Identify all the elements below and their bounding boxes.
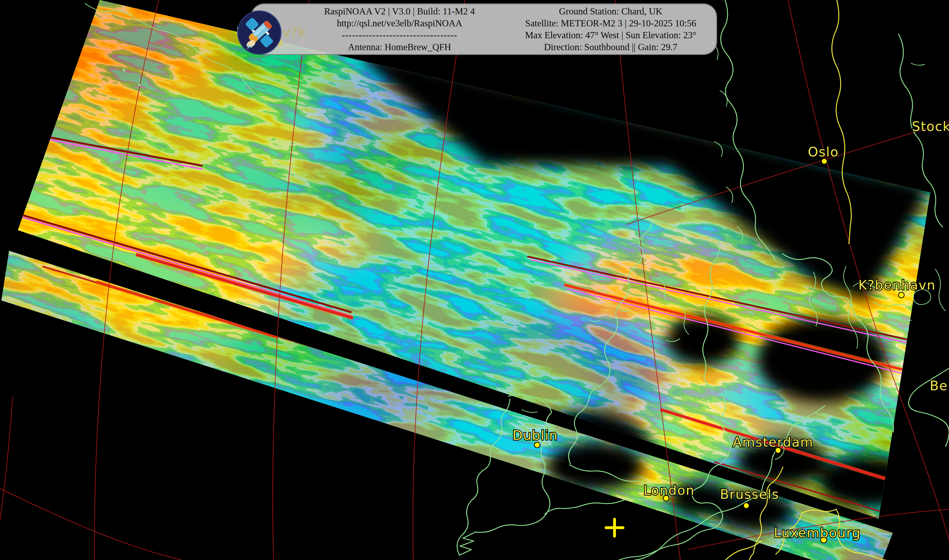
dublin-dot	[534, 442, 540, 448]
satellite-pass-image: Oslo Stockholm K?benhavn Berlin Dublin A…	[0, 0, 949, 560]
program-url: http://qsl.net/ve3elb/RaspiNOAA	[294, 17, 505, 29]
raspinoaa-logo	[237, 10, 282, 55]
city-label-oslo: Oslo	[808, 144, 839, 160]
satellite-logo-icon	[237, 10, 282, 55]
city-label-london: London	[643, 483, 695, 498]
antenna-info: Antenna: HomeBrew_QFH	[294, 41, 505, 53]
city-label-berlin: Berlin	[930, 378, 949, 393]
pass-info-column: Ground Station: Chard, UK Satellite: MET…	[505, 5, 716, 53]
separator-line: ----------------------------------	[294, 29, 505, 41]
elevation-info: Max Elevation: 47° West | Sun Elevation:…	[505, 29, 716, 41]
ground-station-info: Ground Station: Chard, UK	[505, 5, 716, 17]
program-version: RaspiNOAA V2 | V3.0 | Build: 11-M2 4	[294, 5, 505, 17]
city-label-dublin: Dublin	[512, 428, 558, 443]
ground-station-marker	[606, 518, 624, 537]
satellite-info: Satellite: METEOR-M2 3 | 29-10-2025 10:5…	[505, 17, 716, 29]
city-label-brussels: Brussels	[720, 486, 779, 502]
direction-gain-info: Direction: Southbound || Gain: 29.7	[505, 41, 716, 53]
city-label-stockholm: Stockholm	[912, 119, 949, 134]
city-label-copenhagen: K?benhavn	[858, 277, 936, 293]
city-label-amsterdam: Amsterdam	[733, 434, 814, 450]
brussels-dot	[743, 503, 749, 508]
program-info-column: RaspiNOAA V2 | V3.0 | Build: 11-M2 4 htt…	[294, 5, 505, 53]
pass-info-box: RaspiNOAA V2 | V3.0 | Build: 11-M2 4 htt…	[251, 3, 717, 55]
city-label-luxembourg: Luxembourg	[774, 525, 861, 540]
map-canvas: Oslo Stockholm K?benhavn Berlin Dublin A…	[0, 0, 949, 560]
copenhagen-dot	[898, 292, 904, 298]
